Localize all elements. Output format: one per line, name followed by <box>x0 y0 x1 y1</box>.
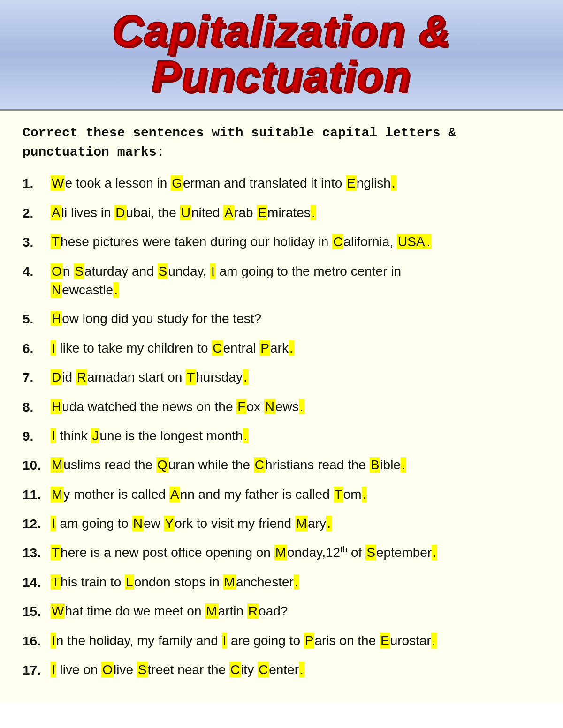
list-item: 14. This train to London stops in Manche… <box>23 572 540 593</box>
list-item: 12. I am going to New York to visit my f… <box>23 513 540 534</box>
list-item: 17. I live on Olive Street near the City… <box>23 660 540 680</box>
item-number: 11. <box>23 484 51 505</box>
list-item: 1. We took a lesson in German and transl… <box>23 173 540 194</box>
item-number: 16. <box>23 630 51 651</box>
item-number: 8. <box>23 397 51 417</box>
list-item: 6. I like to take my children to Central… <box>23 338 540 359</box>
page: Capitalization & Punctuation Correct the… <box>0 0 563 728</box>
item-text: There is a new post office opening on Mo… <box>51 542 540 563</box>
list-item: 3. These pictures were taken during our … <box>23 232 540 252</box>
item-text-wrap: Newcastle. <box>23 280 540 300</box>
item-text: In the holiday, my family and I are goin… <box>51 630 540 651</box>
item-number: 3. <box>23 232 51 252</box>
item-number: 10. <box>23 455 51 475</box>
instructions-text: Correct these sentences with suitable ca… <box>23 124 540 162</box>
sentences-list: 1. We took a lesson in German and transl… <box>23 173 540 680</box>
item-number: 7. <box>23 367 51 388</box>
list-item: 5. How long did you study for the test? <box>23 308 540 329</box>
item-text: Ali lives in Dubai, the United Arab Emir… <box>51 203 540 223</box>
item-text: On Saturday and Sunday, I am going to th… <box>51 261 540 281</box>
item-text: Muslims read the Quran while the Christi… <box>51 455 540 475</box>
item-number: 6. <box>23 338 51 359</box>
item-text: These pictures were taken during our hol… <box>51 232 540 252</box>
list-item: 15. What time do we meet on Martin Road? <box>23 601 540 622</box>
list-item: 13. There is a new post office opening o… <box>23 542 540 563</box>
item-number: 14. <box>23 572 51 593</box>
item-text: I am going to New York to visit my frien… <box>51 513 540 533</box>
list-item: 8. Huda watched the news on the Fox News… <box>23 397 540 417</box>
header: Capitalization & Punctuation <box>0 0 563 111</box>
list-item: 7. Did Ramadan start on Thursday. <box>23 367 540 388</box>
item-text: I like to take my children to Central Pa… <box>51 338 540 358</box>
list-item: 10. Muslims read the Quran while the Chr… <box>23 455 540 475</box>
item-number: 5. <box>23 308 51 329</box>
item-text: This train to London stops in Manchester… <box>51 572 540 592</box>
item-number: 4. <box>23 261 51 282</box>
list-item: 9. I think June is the longest month. <box>23 426 540 446</box>
list-item: 11. My mother is called Ann and my fathe… <box>23 484 540 505</box>
item-text: I live on Olive Street near the City Cen… <box>51 660 540 680</box>
item-number: 1. <box>23 173 51 194</box>
list-item: 4. On Saturday and Sunday, I am going to… <box>23 261 540 300</box>
item-number: 15. <box>23 601 51 622</box>
item-text: My mother is called Ann and my father is… <box>51 484 540 504</box>
item-text: I think June is the longest month. <box>51 426 540 446</box>
item-text: Did Ramadan start on Thursday. <box>51 367 540 387</box>
item-number: 13. <box>23 542 51 563</box>
content-area: Correct these sentences with suitable ca… <box>0 111 563 703</box>
list-item: 2. Ali lives in Dubai, the United Arab E… <box>23 203 540 223</box>
item-number: 2. <box>23 203 51 223</box>
item-text: Huda watched the news on the Fox News. <box>51 397 540 417</box>
item-text: We took a lesson in German and translate… <box>51 173 540 193</box>
item-number: 9. <box>23 426 51 446</box>
item-text: What time do we meet on Martin Road? <box>51 601 540 621</box>
item-number: 12. <box>23 513 51 534</box>
page-title: Capitalization & Punctuation <box>14 8 549 99</box>
list-item: 16. In the holiday, my family and I are … <box>23 630 540 651</box>
item-text: How long did you study for the test? <box>51 308 540 329</box>
item-number: 17. <box>23 660 51 680</box>
